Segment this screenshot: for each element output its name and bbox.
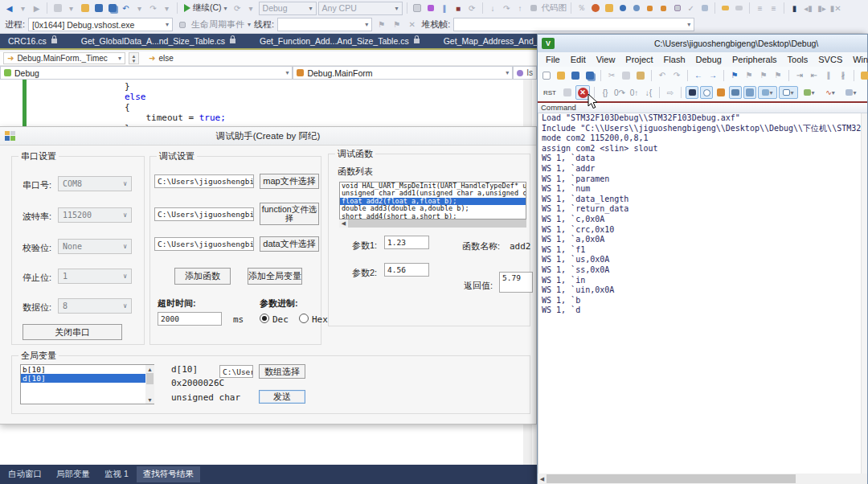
- member-combo[interactable]: Is: [513, 66, 537, 80]
- flag-filter2-icon[interactable]: ⚑: [391, 18, 403, 31]
- array-select-button[interactable]: 数组选择: [259, 364, 305, 379]
- tab-crc16[interactable]: CRC16.cs: [2, 34, 63, 48]
- clear-bookmarks-icon[interactable]: ⚑: [772, 69, 784, 82]
- keil-titlebar[interactable]: V C:\Users\jiguoshengbigeng\Desktop\Debu…: [538, 35, 867, 52]
- next-bookmark-icon[interactable]: ▮▸: [816, 2, 828, 14]
- redo-icon[interactable]: ↷: [670, 69, 683, 82]
- scope-spinner[interactable]: ▲▼: [129, 52, 139, 64]
- solution-config-combo[interactable]: Debug ▾: [259, 2, 317, 15]
- save-icon[interactable]: [569, 69, 582, 82]
- field-out-icon[interactable]: [657, 2, 669, 14]
- restart-icon[interactable]: ⟳: [231, 2, 244, 14]
- scroll-left-icon[interactable]: ◀: [538, 474, 547, 484]
- run-to-cursor-icon[interactable]: ↓{: [642, 86, 655, 99]
- add-function-button[interactable]: 添加函数: [174, 268, 231, 285]
- find-icon[interactable]: [616, 2, 628, 14]
- comment-icon[interactable]: ∥: [822, 69, 835, 82]
- undo-icon[interactable]: ↶: [120, 2, 132, 14]
- navigate-back-icon[interactable]: ←: [692, 69, 705, 82]
- stop-debug-icon[interactable]: ■: [452, 2, 465, 14]
- step-into-icon[interactable]: ↓: [487, 2, 499, 14]
- pin2-icon[interactable]: [733, 2, 745, 14]
- callstack-window-icon[interactable]: [743, 86, 756, 99]
- scroll-thumb[interactable]: [348, 219, 526, 228]
- show-next-statement-icon[interactable]: ⇨: [664, 86, 677, 99]
- watch-window-dropdown[interactable]: ▾: [758, 86, 777, 99]
- pause-icon[interactable]: ∥: [439, 2, 451, 14]
- symbol-window-icon[interactable]: [714, 86, 727, 99]
- navigate-forward-icon[interactable]: →: [706, 69, 719, 82]
- function-list-hscrollbar[interactable]: ◀: [339, 219, 526, 228]
- map-path-input[interactable]: C:\Users\jiguoshengbigeng: [154, 174, 254, 188]
- copy-icon[interactable]: [620, 69, 633, 82]
- serial-window-dropdown[interactable]: ▾: [800, 86, 819, 99]
- command-window-icon[interactable]: [686, 86, 698, 99]
- stopbit-combo[interactable]: 1∨: [58, 269, 132, 284]
- menu-debug[interactable]: Debug: [691, 55, 727, 64]
- platform-combo[interactable]: Any CPU ▾: [318, 2, 403, 15]
- registers-window-icon[interactable]: [729, 86, 742, 99]
- thread-combo[interactable]: ▾: [277, 18, 372, 31]
- bookmark-icon[interactable]: ▮: [788, 2, 800, 14]
- scroll-thumb[interactable]: [146, 373, 154, 384]
- scroll-thumb[interactable]: [547, 474, 796, 483]
- codemap-icon[interactable]: [528, 2, 540, 14]
- unindent-icon[interactable]: ⇤: [808, 69, 821, 82]
- break-all-window-icon[interactable]: [411, 2, 424, 14]
- menu-project[interactable]: Project: [620, 55, 657, 64]
- globals-path-input[interactable]: C:\Users: [219, 365, 253, 378]
- function-listbox[interactable]: void HAL_UART_MspDeInit(UART_HandleTypeD…: [339, 182, 526, 219]
- timeout-input[interactable]: 2000: [158, 312, 222, 326]
- sync-icon[interactable]: [698, 2, 710, 14]
- redo-icon[interactable]: ↷: [147, 2, 159, 14]
- process-combo[interactable]: [0x1644] Debug.vshost.exe ▾: [28, 18, 173, 31]
- memory-window-dropdown[interactable]: ▾: [779, 86, 798, 99]
- step-out-icon[interactable]: ↑: [514, 2, 526, 14]
- function-file-button[interactable]: function文件选择: [260, 203, 319, 225]
- menu-window[interactable]: Window: [848, 55, 868, 64]
- hex-radio[interactable]: [299, 314, 309, 323]
- reset-button[interactable]: RST: [540, 86, 559, 99]
- scroll-left-icon[interactable]: ◀: [339, 219, 348, 228]
- tab-watch1[interactable]: 监视 1: [98, 466, 135, 482]
- lifecycle-icon[interactable]: [176, 18, 188, 31]
- find-in-files-icon[interactable]: [630, 2, 642, 14]
- data-file-button[interactable]: data文件选择: [260, 236, 319, 252]
- new-file-icon[interactable]: [51, 2, 63, 14]
- menu-tools[interactable]: Tools: [783, 55, 813, 64]
- com-port-combo[interactable]: COM8∨: [58, 176, 132, 191]
- prev-bookmark-icon[interactable]: ◂▮: [802, 2, 814, 14]
- project-combo[interactable]: Debug ▾: [0, 66, 293, 80]
- type-combo[interactable]: Debug.MainForm ▾: [293, 66, 513, 80]
- globals-listbox[interactable]: b[10] d[10]: [20, 364, 154, 404]
- menu-svcs[interactable]: SVCS: [813, 55, 847, 64]
- codemap-label[interactable]: 代码图: [542, 2, 567, 14]
- stc-check-icon[interactable]: ✓: [685, 2, 697, 14]
- lifecycle-label[interactable]: 生命周期事件: [191, 18, 244, 31]
- new-folder-icon[interactable]: [603, 2, 615, 14]
- new-file-dropdown-icon[interactable]: ▾: [65, 2, 77, 14]
- baudrate-combo[interactable]: 115200∨: [58, 207, 132, 223]
- dec-radio[interactable]: [260, 314, 269, 323]
- redo-dropdown-icon[interactable]: ▾: [161, 2, 173, 14]
- continue-button[interactable]: 继续(C) ▾: [182, 2, 230, 14]
- parity-combo[interactable]: None∨: [58, 239, 132, 254]
- step-into-icon[interactable]: {}: [599, 86, 612, 99]
- outline2-icon[interactable]: ≡: [768, 2, 780, 14]
- databit-combo[interactable]: 8∨: [58, 298, 132, 314]
- bookmark-flag-icon[interactable]: ⚑: [728, 69, 741, 82]
- undo-icon[interactable]: ↶: [656, 69, 669, 82]
- command-vscrollbar[interactable]: [861, 113, 867, 474]
- add-item-icon[interactable]: [671, 2, 683, 14]
- menu-view[interactable]: View: [592, 55, 620, 64]
- flag-filter-icon[interactable]: ⚑: [375, 18, 387, 31]
- global-item-selected[interactable]: d[10]: [21, 374, 154, 383]
- data-path-input[interactable]: C:\Users\jiguoshengbigeng: [154, 237, 254, 251]
- run-icon[interactable]: [561, 86, 574, 99]
- global-item[interactable]: b[10]: [21, 365, 154, 374]
- uncomment-icon[interactable]: ∦: [837, 69, 850, 82]
- step-over-icon[interactable]: ↷: [501, 2, 513, 14]
- attach-icon[interactable]: [425, 2, 437, 14]
- load-project-icon[interactable]: [858, 69, 868, 82]
- navigate-back-icon[interactable]: ◀: [3, 2, 15, 14]
